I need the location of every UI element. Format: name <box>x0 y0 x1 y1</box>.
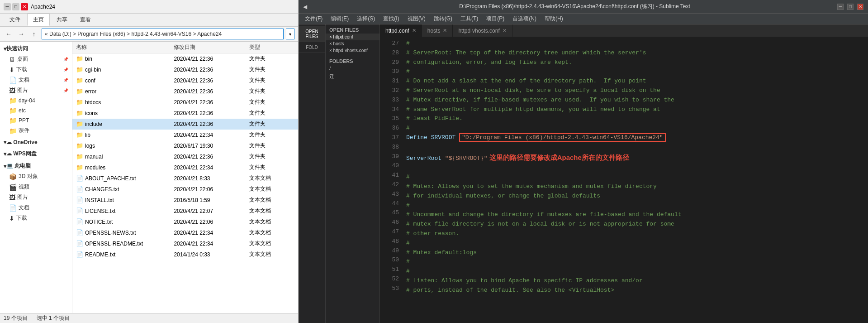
address-chevron[interactable]: ▾ <box>286 29 294 39</box>
table-row[interactable]: 📁error 2020/4/21 22:36 文件夹 <box>72 86 298 97</box>
table-row[interactable]: 📁manual 2020/4/21 22:36 文件夹 <box>72 151 298 162</box>
sidebar-item-day04[interactable]: 📁 day-04 <box>0 96 72 106</box>
table-row[interactable]: 📄ABOUT_APACHE.txt 2020/4/21 8:33 文本文档 <box>72 173 298 184</box>
wps-header[interactable]: ▾ ☁ WPS网盘 <box>0 149 72 159</box>
code-line: # <box>406 67 868 77</box>
ribbon-tab-home[interactable]: 主页 <box>27 14 50 26</box>
menu-select[interactable]: 选择(S) <box>353 14 379 24</box>
table-row[interactable]: 📄LICENSE.txt 2020/4/21 22:07 文本文档 <box>72 206 298 217</box>
table-row[interactable]: 📄OPENSSL-README.txt 2020/4/21 22:34 文本文档 <box>72 238 298 249</box>
file-name: 📄OPENSSL-NEWS.txt <box>72 228 170 237</box>
folder-item-vhosts[interactable]: × httpd-vhosts.conf <box>326 47 379 54</box>
file-date: 2020/4/21 22:06 <box>170 185 245 193</box>
sidebar-item-ppt[interactable]: 📁 PPT <box>0 116 72 125</box>
ribbon-tab-view[interactable]: 查看 <box>74 14 97 26</box>
sidebar-item-desktop[interactable]: 🖥 桌面 📌 <box>0 54 72 64</box>
menu-find[interactable]: 查找(I) <box>379 14 403 24</box>
table-row[interactable]: 📄CHANGES.txt 2020/4/21 22:06 文本文档 <box>72 184 298 195</box>
onedrive-header[interactable]: ▾ ☁ OneDrive <box>0 138 72 147</box>
file-date: 2014/1/24 0:33 <box>170 251 245 259</box>
close-button[interactable]: ✕ <box>857 4 863 10</box>
table-row[interactable]: 📁cgi-bin 2020/4/21 22:36 文件夹 <box>72 64 298 75</box>
code-editor[interactable]: 2728293031323334353637383940414243444546… <box>380 37 868 323</box>
thispc-header[interactable]: ▾ 💻 此电脑 <box>0 161 72 171</box>
sidebar-item-etc[interactable]: 📁 etc <box>0 106 72 116</box>
thispc-label: 💻 此电脑 <box>6 162 31 170</box>
col-header-type[interactable]: 类型 <box>246 43 298 52</box>
col-header-date[interactable]: 修改日期 <box>170 43 245 52</box>
table-row[interactable]: 📁modules 2020/4/21 22:34 文件夹 <box>72 162 298 173</box>
sidebar-item-pictures[interactable]: 🖼 图片 📌 <box>0 85 72 96</box>
sidebar-item-downloads2[interactable]: ⬇ 下载 <box>0 213 72 223</box>
code-content[interactable]: ## ServerRoot: The top of the directory … <box>403 37 868 323</box>
file-icon: 📄 <box>76 218 83 225</box>
table-row[interactable]: 📁include 2020/4/21 22:36 文件夹 <box>72 119 298 130</box>
table-row[interactable]: 📁logs 2020/6/17 19:30 文件夹 <box>72 140 298 151</box>
file-date: 2020/4/21 8:33 <box>170 174 245 183</box>
folders-header: FOLDERS <box>326 58 379 65</box>
ribbon-tabs: 文件 主页 共享 查看 <box>0 14 298 26</box>
folder-sub[interactable]: 迁 <box>326 72 379 81</box>
table-row[interactable]: 📁conf 2020/4/21 22:36 文件夹 <box>72 75 298 86</box>
tab-close-vhosts[interactable]: ✕ <box>503 28 507 34</box>
forward-button[interactable]: → <box>16 29 26 39</box>
pictures-icon: 🖼 <box>9 87 15 94</box>
address-path[interactable]: « Data (D:) > Program Files (x86) > http… <box>42 29 284 39</box>
table-row[interactable]: 📁bin 2020/4/21 22:36 文件夹 <box>72 53 298 64</box>
selected-count: 选中 1 个项目 <box>37 314 70 322</box>
sidebar-item-pictures2[interactable]: 🖼 图片 <box>0 192 72 202</box>
tab-httpd-conf[interactable]: httpd.conf ✕ <box>380 24 422 37</box>
menu-tools[interactable]: 工具(T) <box>457 14 482 24</box>
menu-goto[interactable]: 跳转(G) <box>430 14 456 24</box>
file-name: 📁icons <box>72 109 170 117</box>
menu-preferences[interactable]: 首选项(N) <box>509 14 540 24</box>
open-files-btn[interactable]: OPENFILES <box>299 26 325 42</box>
fold-btn[interactable]: FOLD <box>299 42 325 53</box>
tab-hosts[interactable]: hosts ✕ <box>422 24 453 37</box>
minimize-icon[interactable]: ─ <box>4 3 11 10</box>
maximize-icon[interactable]: □ <box>12 3 19 10</box>
explorer-panel: ─ □ ✕ Apache24 文件 主页 共享 查看 ← → ↑ « Data … <box>0 0 299 323</box>
line-number: 51 <box>380 265 399 275</box>
close-icon[interactable]: ✕ <box>21 3 28 10</box>
back-button[interactable]: ← <box>4 29 14 39</box>
file-type: 文件夹 <box>246 87 298 96</box>
sidebar-item-videos[interactable]: 🎬 视频 <box>0 182 72 192</box>
tab-close-hosts[interactable]: ✕ <box>443 28 447 34</box>
quick-access-label: 快速访问 <box>6 45 28 53</box>
tab-close-httpd[interactable]: ✕ <box>412 28 416 34</box>
sidebar-item-courseware[interactable]: 📁 课件 <box>0 125 72 136</box>
ribbon-tab-file[interactable]: 文件 <box>4 14 26 26</box>
table-row[interactable]: 📄NOTICE.txt 2020/4/21 22:06 文本文档 <box>72 217 298 227</box>
table-row[interactable]: 📁htdocs 2020/4/21 22:36 文件夹 <box>72 97 298 108</box>
menu-project[interactable]: 项目(P) <box>483 14 508 24</box>
file-type: 文本文档 <box>246 228 298 237</box>
col-header-name[interactable]: 名称 <box>72 43 170 52</box>
sidebar-item-3dobjects[interactable]: 📦 3D 对象 <box>0 171 72 182</box>
menu-file[interactable]: 文件(F) <box>301 14 326 24</box>
table-row[interactable]: 📄OPENSSL-NEWS.txt 2020/4/21 22:34 文本文档 <box>72 227 298 238</box>
sidebar-item-documents[interactable]: 📄 文档 📌 <box>0 75 72 85</box>
table-row[interactable]: 📄README.txt 2014/1/24 0:33 文本文档 <box>72 249 298 260</box>
ribbon-tab-share[interactable]: 共享 <box>51 14 73 26</box>
table-row[interactable]: 📄INSTALL.txt 2016/5/18 1:59 文本文档 <box>72 195 298 206</box>
quick-access-header[interactable]: ▾ 快速访问 <box>0 43 72 54</box>
menu-view[interactable]: 视图(V) <box>404 14 429 24</box>
file-name: 📁htdocs <box>72 98 170 106</box>
folder-item-hosts[interactable]: × hosts <box>326 40 379 47</box>
file-type: 文本文档 <box>246 239 298 248</box>
menu-help[interactable]: 帮助(H) <box>541 14 567 24</box>
table-row[interactable]: 📁icons 2020/4/21 22:36 文件夹 <box>72 108 298 119</box>
folder-root[interactable]: / <box>326 65 379 72</box>
sidebar-item-downloads[interactable]: ⬇ 下载 📌 <box>0 64 72 75</box>
menu-edit[interactable]: 编辑(E) <box>327 14 352 24</box>
file-name: 📄OPENSSL-README.txt <box>72 239 170 248</box>
up-button[interactable]: ↑ <box>29 29 39 39</box>
code-line: # <box>406 201 868 211</box>
table-row[interactable]: 📁lib 2020/4/21 22:34 文件夹 <box>72 130 298 140</box>
sidebar-item-documents2[interactable]: 📄 文档 <box>0 202 72 213</box>
folder-item-httpd[interactable]: × httpd.conf <box>326 34 379 40</box>
tab-vhosts[interactable]: httpd-vhosts.conf ✕ <box>453 24 512 37</box>
minimize-button[interactable]: ─ <box>837 4 844 10</box>
maximize-button[interactable]: □ <box>847 4 854 10</box>
